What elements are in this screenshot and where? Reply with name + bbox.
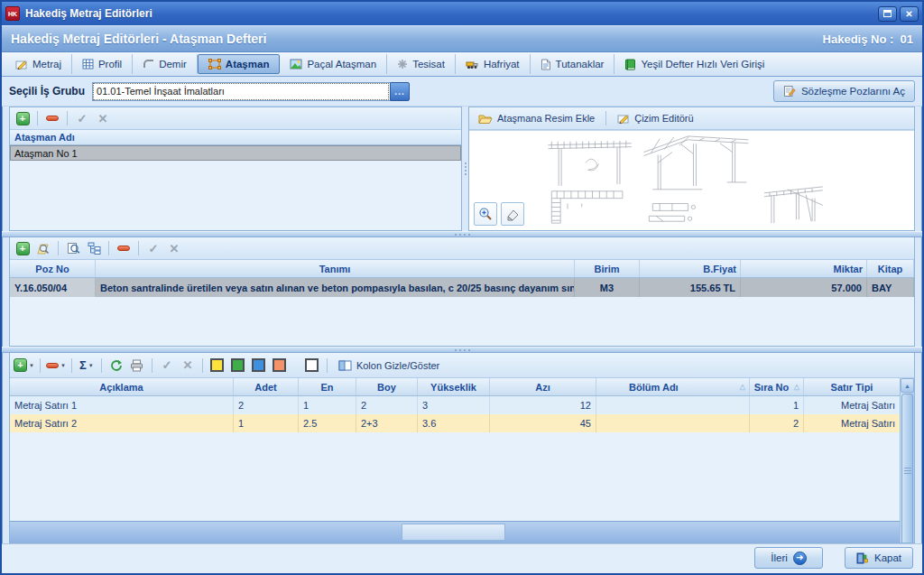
col-adet[interactable]: Adet: [234, 378, 299, 395]
cell-bfiyat[interactable]: 155.65 TL: [640, 278, 741, 297]
cell-aciklama[interactable]: Metraj Satırı 1: [10, 396, 234, 414]
refresh-button[interactable]: [107, 357, 125, 375]
apply-metraj-button[interactable]: ✓: [158, 357, 176, 375]
poz-tree-button[interactable]: [85, 239, 103, 257]
col-boy[interactable]: Boy: [356, 378, 418, 395]
hscroll-thumb[interactable]: [402, 524, 505, 541]
titlebar[interactable]: HK Hakediş Metraj Editörleri ✕: [2, 2, 922, 25]
color-blue-button[interactable]: [250, 357, 268, 375]
cell-adet[interactable]: 2: [234, 396, 299, 414]
color-white-button[interactable]: [303, 357, 321, 375]
workgroup-browse-button[interactable]: ...: [390, 82, 410, 101]
zoom-image-button[interactable]: [474, 202, 497, 226]
atasman-list-body[interactable]: [10, 161, 461, 230]
color-yellow-button[interactable]: [208, 357, 226, 375]
browse-poz-button[interactable]: [34, 239, 52, 257]
horizontal-splitter-top[interactable]: [2, 231, 922, 237]
tab-hafriyat[interactable]: Hafriyat: [456, 54, 531, 74]
tab-metraj[interactable]: Metraj: [5, 54, 72, 74]
cell-satir-tipi[interactable]: Metraj Satırı: [804, 396, 900, 414]
cell-adet[interactable]: 1: [234, 414, 299, 432]
remove-atasman-button[interactable]: [43, 109, 61, 127]
print-button[interactable]: [128, 357, 146, 375]
cell-sira-no[interactable]: 2: [750, 414, 804, 432]
maximize-button[interactable]: [878, 6, 897, 22]
next-button[interactable]: İleri ➜: [754, 547, 823, 569]
cell-sira-no[interactable]: 1: [750, 396, 804, 414]
col-poz-no[interactable]: Poz No: [10, 260, 96, 277]
add-image-button[interactable]: Ataşmana Resim Ekle: [473, 113, 600, 125]
tab-tutanaklar[interactable]: Tutanaklar: [531, 54, 615, 74]
col-en[interactable]: En: [299, 378, 356, 395]
hscroll-track[interactable]: [10, 522, 402, 543]
color-green-button[interactable]: [229, 357, 247, 375]
column-toggle-button[interactable]: Kolon Gizle/Göster: [333, 360, 445, 371]
tab-tesisat[interactable]: Tesisat: [387, 54, 456, 74]
cell-azi[interactable]: 12: [490, 396, 596, 414]
close-dialog-button[interactable]: Kapat: [845, 547, 913, 569]
cell-satir-tipi[interactable]: Metraj Satırı: [804, 414, 900, 432]
col-satir-tipi[interactable]: Satır Tipi: [804, 378, 900, 395]
cell-aciklama[interactable]: Metraj Satırı 2: [10, 414, 234, 432]
preview-poz-button[interactable]: [64, 239, 82, 257]
horizontal-splitter-bottom[interactable]: [2, 347, 922, 353]
hscroll-track[interactable]: [505, 522, 900, 543]
cell-tanimi[interactable]: Beton santralinde üretilen veya satın al…: [96, 278, 575, 297]
close-button[interactable]: ✕: [900, 6, 919, 22]
add-poz-button[interactable]: +: [14, 239, 32, 257]
atasman-list-row[interactable]: Ataşman No 1: [10, 145, 461, 161]
cell-en[interactable]: 1: [299, 396, 356, 414]
cell-miktar[interactable]: 57.000: [741, 278, 867, 297]
horizontal-scrollbar[interactable]: [10, 521, 900, 543]
col-bolum-adi[interactable]: Bölüm Adı△: [596, 378, 750, 395]
tab-profil[interactable]: Profil: [72, 54, 133, 74]
cell-kitap[interactable]: BAY: [867, 278, 914, 297]
open-contract-positions-button[interactable]: Sözleşme Pozlarını Aç: [773, 80, 915, 102]
col-kitap[interactable]: Kitap: [867, 260, 914, 277]
color-orange-button[interactable]: [271, 357, 289, 375]
cell-azi[interactable]: 45: [490, 414, 596, 432]
cancel-poz-button[interactable]: ✕: [165, 239, 183, 257]
remove-metraj-button[interactable]: ▼: [46, 357, 66, 375]
tab-atasman[interactable]: Ataşman: [198, 54, 281, 74]
col-bfiyat[interactable]: B.Fiyat: [640, 260, 741, 277]
tab-demir[interactable]: Demir: [133, 54, 198, 74]
cell-en[interactable]: 2.5: [299, 414, 356, 432]
tab-yesil-defter[interactable]: Yeşil Defter Hızlı Veri Girişi: [614, 54, 774, 74]
cell-bolum-adi[interactable]: [596, 414, 750, 432]
sum-button[interactable]: Σ▼: [78, 357, 96, 375]
cell-boy[interactable]: 2+3: [356, 414, 418, 432]
scroll-up-button[interactable]: ▲: [901, 378, 914, 393]
vscroll-thumb[interactable]: [901, 394, 913, 543]
vertical-scrollbar[interactable]: ▲ ▼: [900, 378, 914, 543]
draw-editor-button[interactable]: Çizim Editörü: [612, 113, 698, 124]
cell-yukseklik[interactable]: 3.6: [418, 414, 490, 432]
tab-pacal-atasman[interactable]: Paçal Ataşman: [280, 54, 387, 74]
col-tanimi[interactable]: Tanımı: [96, 260, 575, 277]
cancel-button[interactable]: ✕: [94, 109, 112, 127]
poz-table-row[interactable]: Y.16.050/04 Beton santralinde üretilen v…: [10, 278, 914, 297]
workgroup-value[interactable]: 01.01-Temel İnşaat İmalatları: [92, 82, 390, 101]
metraj-row-1[interactable]: Metraj Satırı 1 2 1 2 3 12 1 Metraj Satı…: [10, 396, 900, 414]
add-atasman-button[interactable]: +: [14, 109, 32, 127]
col-aciklama[interactable]: Açıklama: [10, 378, 234, 395]
remove-poz-button[interactable]: [115, 239, 133, 257]
col-azi[interactable]: Azı: [490, 378, 596, 395]
vertical-splitter[interactable]: [462, 107, 468, 231]
col-yukseklik[interactable]: Yükseklik: [418, 378, 490, 395]
col-miktar[interactable]: Miktar: [741, 260, 867, 277]
cell-poz-no[interactable]: Y.16.050/04: [10, 278, 96, 297]
cell-birim[interactable]: M3: [575, 278, 640, 297]
erase-image-button[interactable]: [501, 202, 524, 226]
workgroup-combobox[interactable]: 01.01-Temel İnşaat İmalatları ...: [92, 82, 410, 101]
cell-yukseklik[interactable]: 3: [418, 396, 490, 414]
apply-poz-button[interactable]: ✓: [144, 239, 162, 257]
cancel-metraj-button[interactable]: ✕: [179, 357, 197, 375]
cell-boy[interactable]: 2: [356, 396, 418, 414]
col-birim[interactable]: Birim: [575, 260, 640, 277]
col-sira-no[interactable]: Sıra No△: [750, 378, 804, 395]
cell-bolum-adi[interactable]: [596, 396, 750, 414]
apply-button[interactable]: ✓: [73, 109, 91, 127]
metraj-row-2[interactable]: Metraj Satırı 2 1 2.5 2+3 3.6 45 2 Metra…: [10, 414, 900, 432]
add-metraj-button[interactable]: +▼: [14, 357, 34, 375]
